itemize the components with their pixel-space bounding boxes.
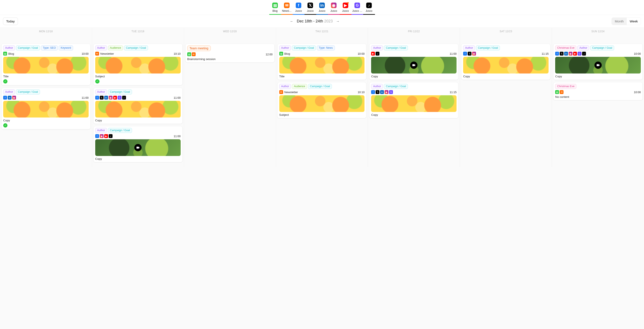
newsletter-icon: ✉ xyxy=(192,52,196,56)
day-column-sun: SUN 12/24 Christmas Eve Author Campaign … xyxy=(552,28,644,167)
instagram-icon: ◉ xyxy=(100,134,104,138)
tag-author: Author xyxy=(578,46,589,51)
meeting-card[interactable]: Team meeting ▤ ✉ 12:00 Brainstorming ses… xyxy=(185,44,274,63)
day-column-mon: MON 12/18 Author Campaign / Goal Type: S… xyxy=(0,28,92,167)
tiktok-icon: ♪ xyxy=(582,52,586,56)
platform-label: Blog xyxy=(284,52,290,55)
tag-campaign: Campaign / Goal xyxy=(590,46,614,51)
blog-icon: ▤ xyxy=(555,90,559,94)
month-view-button[interactable]: Month xyxy=(612,18,627,25)
scheduled-time: 11:00 xyxy=(450,52,457,55)
facebook-icon: f xyxy=(95,96,99,100)
week-view-button[interactable]: Week xyxy=(627,18,641,25)
tag-campaign: Campaign / Goal xyxy=(476,46,500,51)
tag-author: Author xyxy=(279,84,291,89)
tab-label: Newsl… xyxy=(282,10,292,13)
instagram-icon: ◉ xyxy=(12,96,16,100)
x-icon: 𝕏 xyxy=(308,3,313,8)
content-card[interactable]: Author Campaign / Goal f 𝕏 ◉ 11:15 Copy xyxy=(461,44,550,80)
tab-label: Jusco xyxy=(307,10,314,13)
newsletter-icon: ✉ xyxy=(279,90,283,94)
day-header: SAT 12/23 xyxy=(461,28,550,44)
content-card[interactable]: Author Campaign / Goal Type: News ▤ Blog… xyxy=(277,44,367,80)
tag-author: Author xyxy=(279,46,291,51)
scheduled-time: 11:15 xyxy=(450,91,457,94)
scheduled-time: 10:00 xyxy=(82,52,88,55)
gg-icon: G xyxy=(354,3,360,8)
week-grid: MON 12/18 Author Campaign / Goal Type: S… xyxy=(0,28,644,167)
facebook-icon: f xyxy=(371,90,375,94)
tab-label: Jusco … xyxy=(352,10,362,13)
card-footer: Subject xyxy=(95,75,181,78)
tag-audience: Audience xyxy=(292,84,307,89)
platform-tab-fb[interactable]: fJusco xyxy=(293,2,304,15)
tag-author: Author xyxy=(95,128,107,133)
platform-tab-li[interactable]: inJusco xyxy=(316,2,328,15)
thumbnail-image xyxy=(95,101,181,118)
notification-dot xyxy=(347,2,349,4)
video-icon xyxy=(594,62,602,69)
day-header: SUN 12/24 xyxy=(553,28,643,44)
instagram-icon: ◉ xyxy=(384,90,388,94)
content-card[interactable]: Christmas Eve Author Campaign / Goal f 𝕏… xyxy=(553,44,643,80)
card-footer: Copy xyxy=(463,75,548,78)
next-week-icon[interactable]: → xyxy=(336,20,340,23)
day-header: TUE 12/19 xyxy=(93,28,182,44)
content-card[interactable]: Author Campaign / Goal f ◉ ▶ ♪ 11:00 Cop… xyxy=(93,126,182,162)
facebook-icon: f xyxy=(555,52,559,56)
content-card[interactable]: Author Audience Campaign / Goal ✉ Newsle… xyxy=(93,44,182,86)
card-footer: Title xyxy=(279,75,365,78)
thumbnail-image xyxy=(95,139,181,156)
youtube-icon: ▶ xyxy=(113,96,117,100)
blog-icon: ▤ xyxy=(279,52,283,56)
fb-icon: f xyxy=(296,3,301,8)
card-footer: Copy xyxy=(555,75,641,78)
platform-tab-news[interactable]: ✉Newsl… xyxy=(281,2,293,15)
content-card[interactable]: Christmas Eve ▤ ✉ 10:00 No content xyxy=(553,82,643,100)
platform-tab-blog[interactable]: ▤Blog xyxy=(269,2,281,15)
content-card[interactable]: Author Audience Campaign / Goal ✉ Newsle… xyxy=(277,82,367,118)
thumbnail-image xyxy=(3,101,88,118)
scheduled-time: 10:10 xyxy=(358,91,365,94)
scheduled-time: 11:15 xyxy=(542,52,549,55)
tag-author: Author xyxy=(95,90,107,94)
platform-tab-ig[interactable]: ◉Jusco xyxy=(328,2,340,15)
content-card[interactable]: Author Campaign / Goal f 𝕏 in ◉ G 11:15 … xyxy=(369,82,458,118)
li-icon: in xyxy=(319,3,325,8)
x-icon: 𝕏 xyxy=(560,52,564,56)
content-card[interactable]: Author Campaign / Goal f 𝕏 in ◉ ▶ G ♪ 11… xyxy=(93,88,182,124)
scheduled-time: 11:00 xyxy=(174,135,181,138)
tag-author: Author xyxy=(3,46,15,51)
thumbnail-image xyxy=(3,57,88,74)
prev-week-icon[interactable]: ← xyxy=(290,20,294,23)
content-card[interactable]: Author Campaign / Goal f in ◉ 11:00 Copy xyxy=(1,88,90,129)
day-header: FRI 12/22 xyxy=(369,28,458,44)
platform-tab-gg[interactable]: GJusco … xyxy=(352,2,363,15)
tag-type: Type: SEO xyxy=(41,46,58,51)
today-button[interactable]: Today xyxy=(3,18,18,25)
platform-label: Newsletter xyxy=(100,52,114,55)
card-footer: Subject xyxy=(279,113,365,116)
platform-tab-x[interactable]: 𝕏Jusco xyxy=(304,2,316,15)
card-footer: Copy xyxy=(95,119,181,122)
platform-tab-yt[interactable]: ▶Jusco xyxy=(340,2,352,15)
newsletter-icon: ✉ xyxy=(560,90,564,94)
content-card[interactable]: Author Campaign / Goal ▶ ♪ 11:00 Copy xyxy=(369,44,458,80)
instagram-icon: ◉ xyxy=(109,96,112,100)
tag-author: Author xyxy=(95,46,107,51)
view-toggle: Month Week xyxy=(612,18,641,25)
thumbnail-image xyxy=(279,57,365,74)
platform-label: Newsletter xyxy=(284,91,298,94)
thumbnail-image xyxy=(463,57,548,74)
content-card[interactable]: Author Campaign / Goal Type: SEO Keyword… xyxy=(1,44,90,86)
check-icon xyxy=(3,79,8,84)
card-footer: Copy xyxy=(95,157,181,160)
tag-campaign: Campaign / Goal xyxy=(108,90,132,94)
date-range: Dec 18th - 24th 2023 xyxy=(297,19,333,24)
tab-label: Jusco xyxy=(342,10,349,13)
meeting-tag: Team meeting xyxy=(187,46,211,51)
day-column-thu: THU 12/21 Author Campaign / Goal Type: N… xyxy=(276,28,368,167)
video-icon xyxy=(134,144,142,151)
platform-tab-tk[interactable]: ♪Jusco xyxy=(363,2,375,15)
scheduled-time: 10:00 xyxy=(634,52,641,55)
